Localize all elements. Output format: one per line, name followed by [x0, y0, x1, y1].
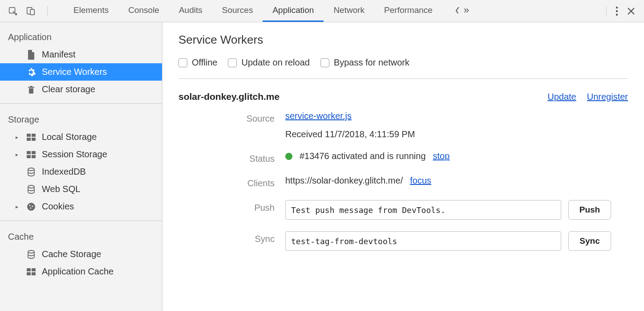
- label-push: Push: [187, 200, 285, 213]
- toolbar-left-icons: [4, 6, 55, 16]
- document-icon: [26, 50, 36, 60]
- tab-performance[interactable]: Performance: [374, 0, 442, 22]
- sidebar-item-manifest[interactable]: Manifest: [0, 46, 162, 63]
- label-clients: Clients: [187, 176, 285, 188]
- sync-button[interactable]: Sync: [568, 231, 611, 251]
- trash-icon: [26, 85, 36, 94]
- sync-input[interactable]: [285, 231, 561, 251]
- source-file-link[interactable]: service-worker.js: [285, 111, 628, 121]
- svg-point-18: [32, 205, 33, 207]
- focus-link[interactable]: focus: [410, 176, 431, 186]
- sidebar-item-label: IndexedDB: [42, 167, 86, 177]
- checkbox-label: Update on reload: [241, 57, 309, 68]
- status-text: #13476 activated and is running: [300, 151, 426, 161]
- svg-rect-7: [32, 134, 36, 137]
- checkbox-label: Offline: [192, 57, 217, 68]
- sidebar-item-indexeddb[interactable]: IndexedDB: [0, 163, 162, 180]
- svg-point-3: [616, 6, 618, 8]
- sidebar-section-storage: Storage: [0, 109, 162, 128]
- svg-rect-22: [32, 268, 36, 271]
- sidebar-item-session-storage[interactable]: ▸ Session Storage: [0, 146, 162, 163]
- value-clients: https://solar-donkey.glitch.me/ focus: [285, 176, 628, 186]
- detail-table: Source service-worker.js Received 11/7/2…: [178, 111, 628, 251]
- label-sync: Sync: [187, 231, 285, 244]
- client-url: https://solar-donkey.glitch.me/: [285, 176, 403, 186]
- tab-sources[interactable]: Sources: [212, 0, 263, 22]
- database-icon: [26, 168, 36, 176]
- sidebar-item-service-workers[interactable]: Service Workers: [0, 63, 162, 81]
- origin-row: solar-donkey.glitch.me Update Unregister: [178, 79, 628, 111]
- svg-point-17: [29, 205, 31, 206]
- sidebar-item-label: Service Workers: [42, 67, 107, 77]
- svg-rect-9: [32, 138, 36, 141]
- sidebar-item-label: Cache Storage: [42, 249, 101, 259]
- checkbox-icon: [320, 58, 329, 67]
- push-input[interactable]: [285, 200, 561, 220]
- tab-application[interactable]: Application: [263, 0, 324, 22]
- tab-console[interactable]: Console: [118, 0, 169, 22]
- svg-rect-21: [27, 268, 31, 271]
- toolbar-divider: [606, 6, 607, 16]
- value-source: service-worker.js Received 11/7/2018, 4:…: [285, 111, 628, 139]
- update-link[interactable]: Update: [547, 92, 576, 102]
- sidebar-item-label: Clear storage: [42, 84, 95, 94]
- checkbox-update-on-reload[interactable]: Update on reload: [228, 57, 309, 68]
- device-toggle-icon[interactable]: [26, 6, 36, 16]
- checkbox-icon: [178, 58, 187, 67]
- svg-rect-11: [32, 151, 36, 154]
- value-sync: Sync: [285, 231, 628, 251]
- sidebar-item-local-storage[interactable]: ▸ Local Storage: [0, 128, 162, 146]
- checkbox-row: Offline Update on reload Bypass for netw…: [178, 57, 628, 79]
- toolbar-right: [606, 6, 640, 16]
- sidebar-item-label: Local Storage: [42, 132, 97, 142]
- sidebar-item-cookies[interactable]: ▸ Cookies: [0, 198, 162, 215]
- sidebar-item-label: Cookies: [42, 201, 74, 212]
- origin-actions: Update Unregister: [547, 92, 628, 102]
- push-button[interactable]: Push: [568, 200, 611, 220]
- svg-rect-6: [27, 134, 31, 137]
- sidebar-section-cache: Cache: [0, 226, 162, 246]
- chevron-right-icon: ▸: [13, 204, 20, 210]
- content-panel: Service Workers Offline Update on reload…: [162, 22, 644, 311]
- checkbox-offline[interactable]: Offline: [178, 57, 217, 68]
- database-icon: [26, 250, 36, 259]
- sidebar-item-clear-storage[interactable]: Clear storage: [0, 81, 162, 98]
- tab-more[interactable]: »: [442, 0, 479, 22]
- tab-audits[interactable]: Audits: [169, 0, 212, 22]
- gear-icon: [26, 67, 36, 77]
- sidebar-item-cache-storage[interactable]: Cache Storage: [0, 246, 162, 263]
- svg-rect-13: [32, 155, 36, 158]
- svg-rect-23: [27, 272, 31, 275]
- sidebar-divider: [0, 221, 162, 221]
- checkbox-bypass[interactable]: Bypass for network: [320, 57, 409, 68]
- svg-point-14: [28, 168, 34, 171]
- close-icon[interactable]: [627, 7, 635, 15]
- svg-rect-12: [27, 155, 31, 158]
- tab-elements[interactable]: Elements: [64, 0, 118, 22]
- checkbox-label: Bypass for network: [334, 57, 409, 68]
- kebab-menu-icon[interactable]: [616, 6, 618, 16]
- toolbar-divider: [47, 6, 48, 16]
- sidebar-divider: [0, 103, 162, 104]
- sidebar-item-web-sql[interactable]: Web SQL: [0, 180, 162, 198]
- svg-point-19: [30, 207, 32, 209]
- chevron-right-icon: ▸: [13, 134, 20, 140]
- svg-point-15: [28, 185, 34, 188]
- inspect-icon[interactable]: [8, 6, 18, 16]
- table-icon: [26, 151, 36, 158]
- sidebar-item-label: Manifest: [42, 49, 76, 60]
- sidebar: Application Manifest Service Workers Cle…: [0, 22, 162, 311]
- table-icon: [26, 134, 36, 141]
- svg-rect-2: [30, 9, 34, 15]
- stop-link[interactable]: stop: [433, 151, 450, 161]
- svg-rect-8: [27, 138, 31, 141]
- svg-point-16: [27, 203, 35, 211]
- chevron-right-icon: ▸: [13, 151, 20, 158]
- sidebar-item-application-cache[interactable]: Application Cache: [0, 263, 162, 280]
- tab-network[interactable]: Network: [324, 0, 374, 22]
- unregister-link[interactable]: Unregister: [587, 92, 628, 102]
- value-status: #13476 activated and is running stop: [285, 151, 628, 161]
- checkbox-icon: [228, 58, 237, 67]
- svg-rect-24: [32, 272, 36, 275]
- label-source: Source: [187, 111, 285, 124]
